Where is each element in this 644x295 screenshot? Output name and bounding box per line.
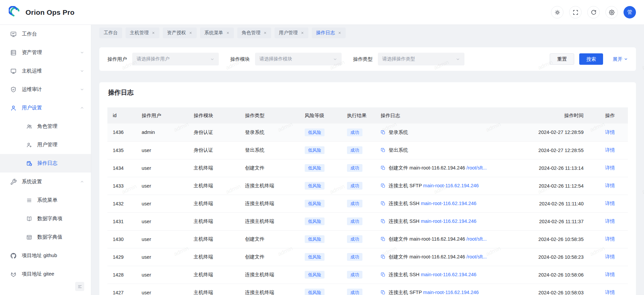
user-avatar[interactable]: 管 xyxy=(624,6,636,18)
copy-icon[interactable] xyxy=(381,183,386,188)
log-link[interactable]: main-root-116.62.194.246 xyxy=(421,218,477,224)
result-badge: 成功 xyxy=(347,271,362,279)
collapse-icon xyxy=(78,284,82,289)
cell-risk: 低风险 xyxy=(299,212,342,230)
sidebar-item-gitee[interactable]: 项目地址 gitee xyxy=(0,265,91,283)
sidebar-item-role-mgmt[interactable]: 角色管理 xyxy=(0,117,91,136)
table-row: 1434user主机终端创建文件低风险成功创建文件 main-root-116.… xyxy=(107,159,628,177)
refresh-button[interactable] xyxy=(587,6,600,18)
sidebar-item-op-log[interactable]: 操作日志 xyxy=(0,154,91,173)
close-icon[interactable] xyxy=(263,31,267,35)
detail-link[interactable]: 详情 xyxy=(605,272,615,277)
tab-asset-auth[interactable]: 资产授权 xyxy=(163,28,197,38)
sidebar-item-workbench[interactable]: 工作台 xyxy=(0,25,91,43)
cell-user: user xyxy=(136,177,188,195)
copy-icon[interactable] xyxy=(381,237,386,242)
app-logo: Orion Ops Pro xyxy=(9,6,75,19)
cell-action: 详情 xyxy=(600,177,628,195)
tab-op-log[interactable]: 操作日志 xyxy=(312,28,346,38)
log-link[interactable]: /root/sft... xyxy=(466,165,487,170)
tab-workbench[interactable]: 工作台 xyxy=(99,28,122,38)
log-link[interactable]: /root/sft... xyxy=(466,236,487,242)
log-link[interactable]: /root/sft... xyxy=(466,254,487,259)
sidebar-item-user-settings[interactable]: 用户设置 xyxy=(0,99,91,117)
filter-select-op-user[interactable]: 请选择操作用户 xyxy=(132,53,219,65)
log-text: 连接主机 SSH main-root-116.62.194.246 xyxy=(389,200,477,207)
sidebar-item-asset-mgmt[interactable]: 资产管理 xyxy=(0,43,91,62)
detail-link[interactable]: 详情 xyxy=(605,130,615,135)
cell-log: 连接主机 SFTP main-root-116.62.194.246 xyxy=(375,177,509,195)
filter-select-op-type[interactable]: 请选择操作类型 xyxy=(378,53,464,65)
tab-host-mgmt[interactable]: 主机管理 xyxy=(126,28,159,38)
cell-time: 2024-02-26 11:11:37 xyxy=(509,212,600,230)
sidebar-item-dict-item[interactable]: 数据字典项 xyxy=(0,209,91,228)
close-icon[interactable] xyxy=(152,31,155,35)
detail-link[interactable]: 详情 xyxy=(605,165,615,170)
cell-type: 连接主机终端 xyxy=(240,195,299,212)
cell-time: 2024-02-26 10:58:23 xyxy=(509,248,600,266)
log-link[interactable]: main-root-116.62.194.246 xyxy=(423,290,479,295)
cell-action: 详情 xyxy=(600,266,628,284)
close-icon[interactable] xyxy=(226,31,230,35)
close-icon[interactable] xyxy=(189,31,192,35)
column-header: 操作用户 xyxy=(136,107,188,124)
close-icon[interactable] xyxy=(338,31,341,35)
detail-link[interactable]: 详情 xyxy=(605,201,615,206)
cell-risk: 低风险 xyxy=(299,195,342,212)
tab-user-mgmt[interactable]: 用户管理 xyxy=(275,28,308,38)
sidebar-item-dict-value[interactable]: 数据字典值 xyxy=(0,228,91,246)
sidebar-collapse-button[interactable] xyxy=(75,282,84,291)
tab-system-menu[interactable]: 系统菜单 xyxy=(200,28,234,38)
detail-link[interactable]: 详情 xyxy=(605,183,615,188)
copy-icon[interactable] xyxy=(381,201,386,206)
sidebar-item-ops-audit[interactable]: 运维审计 xyxy=(0,80,91,99)
tab-role-mgmt[interactable]: 角色管理 xyxy=(237,28,271,38)
sidebar-item-host-ops[interactable]: 主机运维 xyxy=(0,62,91,80)
cell-risk: 低风险 xyxy=(299,230,342,248)
copy-icon[interactable] xyxy=(381,290,386,295)
cell-module: 主机终端 xyxy=(188,177,240,195)
copy-icon[interactable] xyxy=(381,272,386,277)
risk-badge: 低风险 xyxy=(305,289,325,295)
sidebar-item-user-mgmt[interactable]: 用户管理 xyxy=(0,136,91,154)
risk-badge: 低风险 xyxy=(305,164,325,172)
theme-button[interactable] xyxy=(551,6,563,18)
sidebar-item-github[interactable]: 项目地址 github xyxy=(0,246,91,265)
detail-link[interactable]: 详情 xyxy=(605,290,615,295)
detail-link[interactable]: 详情 xyxy=(605,147,615,153)
sidebar-item-system-menu[interactable]: 系统菜单 xyxy=(0,191,91,209)
copy-icon[interactable] xyxy=(381,219,386,224)
detail-link[interactable]: 详情 xyxy=(605,218,615,224)
copy-icon[interactable] xyxy=(381,130,386,135)
fullscreen-button[interactable] xyxy=(569,6,582,18)
copy-icon[interactable] xyxy=(381,148,386,153)
table-row: 1433user主机终端连接主机终端低风险成功连接主机 SFTP main-ro… xyxy=(107,177,628,195)
cell-type: 连接主机终端 xyxy=(240,177,299,195)
cell-action: 详情 xyxy=(600,284,628,295)
risk-badge: 低风险 xyxy=(305,129,325,136)
close-icon[interactable] xyxy=(301,31,304,35)
copy-icon[interactable] xyxy=(381,165,386,170)
audit-icon xyxy=(10,86,17,93)
detail-link[interactable]: 详情 xyxy=(605,236,615,242)
sidebar-item-label: 系统设置 xyxy=(22,179,80,185)
search-button[interactable]: 搜索 xyxy=(579,53,603,65)
cell-id: 1431 xyxy=(107,212,136,230)
expand-toggle[interactable]: 展开 xyxy=(613,56,628,62)
filter-group-op-type: 操作类型请选择操作类型 xyxy=(353,53,464,65)
filter-select-op-module[interactable]: 请选择操作模块 xyxy=(255,53,342,65)
main-content: 工作台主机管理资产授权系统菜单角色管理用户管理操作日志 操作用户请选择操作用户操… xyxy=(91,25,644,295)
cell-id: 1429 xyxy=(107,248,136,266)
sidebar-item-system-settings[interactable]: 系统设置 xyxy=(0,173,91,191)
log-text: 连接主机 SSH main-root-116.62.194.246 xyxy=(389,218,477,225)
reset-button[interactable]: 重置 xyxy=(550,53,574,65)
detail-link[interactable]: 详情 xyxy=(605,254,615,259)
copy-icon[interactable] xyxy=(381,254,386,259)
log-link[interactable]: main-root-116.62.194.246 xyxy=(421,272,477,277)
log-link[interactable]: main-root-116.62.194.246 xyxy=(423,183,479,188)
settings-button[interactable] xyxy=(605,6,618,18)
log-link[interactable]: main-root-116.62.194.246 xyxy=(421,201,477,206)
sidebar-item-label: 主机运维 xyxy=(22,68,80,74)
roles-icon xyxy=(26,124,32,130)
op-log-icon xyxy=(26,160,32,166)
